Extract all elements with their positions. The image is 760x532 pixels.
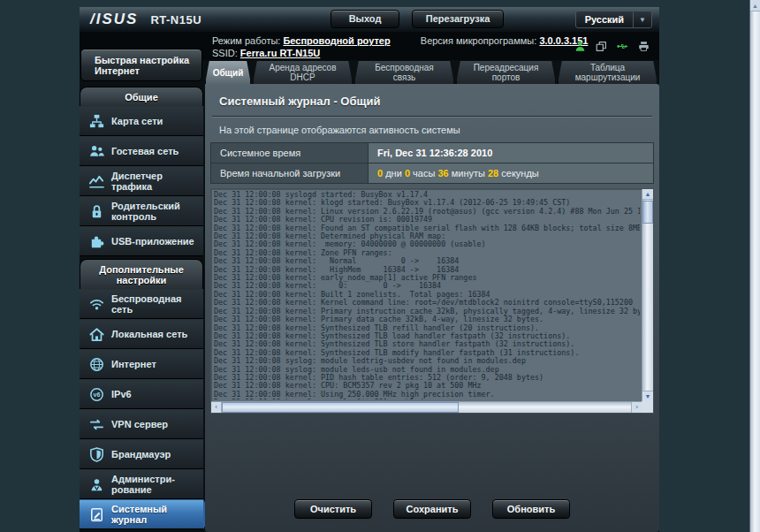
- system-log-textarea[interactable]: Dec 31 12:00:08 syslogd started: BusyBox…: [210, 188, 654, 414]
- tab-label: Беспроводнаясвязь: [375, 63, 434, 82]
- tab-general[interactable]: Общий: [205, 60, 251, 84]
- clear-button[interactable]: Очистить: [294, 499, 372, 519]
- browser-scrollbar[interactable]: ▲: [749, 0, 760, 532]
- mode-link[interactable]: Беспроводной роутер: [283, 35, 390, 46]
- content-area: ОбщийАренда адресовDHCPБеспроводнаясвязь…: [205, 60, 659, 532]
- sidebar-item-ipv6[interactable]: v6IPv6: [80, 379, 203, 409]
- uptime-label: Время начальной загрузки: [211, 163, 369, 184]
- system-log-panel: Системный журнал - Общий На этой страниц…: [205, 84, 659, 532]
- uptime-unit: секунды: [498, 168, 539, 179]
- chevron-down-icon: ▼: [633, 11, 651, 27]
- save-button[interactable]: Сохранить: [393, 499, 471, 519]
- sidebar-item-lan[interactable]: Локальная сеть: [80, 319, 203, 349]
- log-horizontal-scrollbar[interactable]: ‹ ›: [211, 401, 642, 413]
- sidebar-item-parental-control[interactable]: Родительскийконтроль: [80, 196, 203, 226]
- sidebar-item-traffic-manager[interactable]: Диспетчертрафика: [80, 166, 203, 196]
- vpn-icon: [87, 416, 106, 433]
- sidebar: Быстрая настройкаИнтернет ОбщиеКарта сет…: [80, 49, 203, 532]
- reboot-button[interactable]: Перезагрузка: [412, 10, 504, 28]
- sidebar-item-label: Локальная сеть: [111, 329, 187, 339]
- quick-internet-setup-button[interactable]: Быстрая настройкаИнтернет: [80, 49, 202, 81]
- mode-label: Режим работы:: [212, 35, 280, 46]
- log-vertical-scrollbar[interactable]: ▲ ▼: [642, 189, 653, 401]
- tab-label: Таблицамаршрутизации: [575, 63, 641, 82]
- lock-icon: [87, 203, 106, 220]
- uptime-value: 0 дни 0 часы 36 минуты 28 секунды: [369, 163, 654, 184]
- scroll-left-icon[interactable]: ‹: [211, 402, 222, 413]
- traffic-icon: [87, 173, 106, 190]
- router-model: RT-N15U: [150, 13, 201, 27]
- ssid-label: SSID:: [212, 48, 238, 58]
- sidebar-item-label: Брандмауэр: [111, 449, 171, 460]
- table-row: Время начальной загрузки 0 дни 0 часы 36…: [211, 163, 654, 184]
- sidebar-item-vpn-server[interactable]: VPN сервер: [80, 409, 203, 439]
- asus-logo: /ISUS: [90, 11, 138, 28]
- sidebar-item-guest-network[interactable]: Гостевая сеть: [80, 136, 203, 166]
- sidebar-groups: ОбщиеКарта сетиГостевая сетьДиспетчертра…: [80, 87, 203, 529]
- sidebar-item-system-log[interactable]: Системныйжурнал: [80, 499, 203, 529]
- tab-port-forwarding[interactable]: Переадресацияпортов: [456, 60, 556, 84]
- scroll-right-icon[interactable]: ›: [631, 402, 642, 413]
- page-description: На этой странице отображаются активность…: [219, 125, 645, 135]
- language-value: Русский: [576, 14, 633, 25]
- sidebar-item-firewall[interactable]: Брандмауэр: [80, 439, 203, 469]
- tab-wireless-log[interactable]: Беспроводнаясвязь: [354, 60, 454, 84]
- refresh-button[interactable]: Обновить: [492, 499, 570, 519]
- sidebar-item-label: USB-приложение: [111, 236, 194, 247]
- scroll-down-icon[interactable]: ▼: [642, 391, 653, 401]
- sidebar-group: ДополнительныенастройкиБеспроводнаясетьЛ…: [80, 259, 203, 529]
- sidebar-item-label: Карта сети: [111, 116, 163, 126]
- shield-icon: [87, 446, 106, 463]
- usb-status-icon[interactable]: [616, 40, 629, 53]
- wifi-icon: [87, 296, 106, 313]
- page-title: Системный журнал - Общий: [205, 84, 659, 108]
- tab-label: Аренда адресовDHCP: [270, 63, 337, 82]
- tab-bar: ОбщийАренда адресовDHCPБеспроводнаясвязь…: [205, 60, 659, 84]
- firmware-label: Версия микропрограммы:: [421, 35, 537, 46]
- sidebar-item-usb-application[interactable]: USB-приложение: [80, 226, 203, 256]
- tab-label: Общий: [213, 68, 244, 78]
- uptime-unit: дни: [383, 168, 405, 179]
- puzzle-icon: [87, 233, 106, 250]
- printer-status-icon[interactable]: [637, 40, 650, 53]
- guests-icon: [87, 143, 106, 160]
- router-admin-window: /ISUS RT-N15U Выход Перезагрузка Русский…: [80, 7, 659, 532]
- network-map-icon: [87, 113, 106, 130]
- system-time-value: Fri, Dec 31 12:36:28 2010: [369, 143, 654, 163]
- tab-dhcp-leases[interactable]: Аренда адресовDHCP: [253, 60, 353, 84]
- sidebar-item-wireless[interactable]: Беспроводнаясеть: [80, 289, 203, 319]
- tab-routing-table[interactable]: Таблицамаршрутизации: [558, 60, 657, 84]
- admin-icon: [87, 476, 106, 493]
- sidebar-item-wan[interactable]: Интернет: [80, 349, 203, 379]
- sidebar-item-network-map[interactable]: Карта сети: [80, 106, 203, 136]
- horizontal-scroll-thumb[interactable]: [222, 402, 459, 413]
- divider: [212, 116, 652, 118]
- footer-buttons: ОчиститьСохранитьОбновить: [205, 499, 659, 519]
- log-icon: [87, 506, 106, 523]
- browser-scroll-up-icon[interactable]: ▲: [750, 0, 760, 11]
- ipv6-icon: v6: [87, 386, 106, 403]
- logout-button[interactable]: Выход: [331, 10, 399, 28]
- sidebar-item-administration[interactable]: Администри-рование: [80, 469, 203, 499]
- tab-label: Переадресацияпортов: [474, 63, 539, 82]
- network-pages-icon[interactable]: [595, 40, 608, 53]
- log-text: Dec 31 12:00:08 syslogd started: BusyBox…: [214, 191, 640, 399]
- scroll-up-icon[interactable]: ▲: [642, 189, 653, 200]
- brand-area: /ISUS RT-N15U: [90, 11, 201, 28]
- ssid-line: SSID: Ferra.ru RT-N15U: [212, 48, 320, 58]
- sidebar-group-title: Общие: [80, 87, 203, 106]
- sidebar-item-label: Администри-рование: [111, 474, 175, 495]
- uptime-unit: минуты: [449, 168, 488, 179]
- language-selector[interactable]: Русский ▼: [575, 11, 652, 28]
- sidebar-group-title: Дополнительныенастройки: [80, 259, 203, 289]
- clients-status-icon[interactable]: [574, 40, 587, 53]
- sidebar-item-label: Системныйжурнал: [111, 504, 167, 525]
- sidebar-group: ОбщиеКарта сетиГостевая сетьДиспетчертра…: [80, 87, 203, 256]
- vertical-scroll-thumb[interactable]: [642, 201, 653, 224]
- ssid-link[interactable]: Ferra.ru RT-N15U: [240, 48, 320, 58]
- sidebar-item-label: Родительскийконтроль: [111, 201, 180, 222]
- globe-icon: [87, 356, 106, 373]
- table-row: Системное время Fri, Dec 31 12:36:28 201…: [211, 143, 654, 163]
- status-icons: [574, 40, 650, 53]
- top-banner: /ISUS RT-N15U Выход Перезагрузка Русский…: [80, 7, 659, 32]
